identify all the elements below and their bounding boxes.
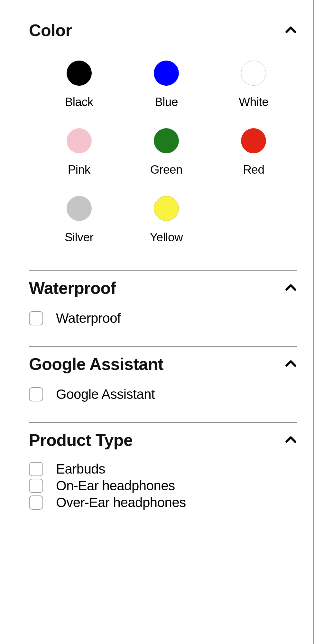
section-title-waterproof: Waterproof [29,278,116,298]
checkbox-icon [29,479,43,493]
chevron-up-icon [284,24,297,37]
checkbox-label: Over-Ear headphones [56,495,186,510]
color-swatch-blue[interactable]: Blue [123,61,210,109]
color-swatch-yellow-circle [154,196,179,221]
section-title-product-type: Product Type [29,430,133,450]
checkbox-earbuds[interactable]: Earbuds [29,461,297,477]
color-label: Red [243,163,264,177]
chevron-up-icon [284,282,297,294]
color-swatch-silver[interactable]: Silver [35,196,123,244]
color-swatch-black[interactable]: Black [35,61,123,109]
color-label: Silver [65,231,94,244]
checkbox-icon [29,495,43,510]
color-label: Blue [155,95,178,109]
color-swatch-blue-circle [154,61,179,86]
product-type-list: EarbudsOn-Ear headphonesOver-Ear headpho… [29,457,297,529]
color-swatch-green[interactable]: Green [123,128,210,177]
checkbox-google-assistant[interactable]: Google Assistant [29,385,297,404]
section-header-google-assistant[interactable]: Google Assistant [29,347,297,381]
waterproof-list: Waterproof [29,305,297,346]
color-swatch-silver-circle [67,196,92,221]
checkbox-icon [29,462,43,476]
color-label: Green [150,163,182,177]
color-swatch-white[interactable]: White [210,61,297,109]
checkbox-label: On-Ear headphones [56,478,175,494]
section-header-color[interactable]: Color [29,13,297,48]
checkbox-label: Earbuds [56,461,105,477]
color-swatch-red-circle [241,128,266,153]
checkbox-icon [29,311,43,325]
chevron-up-icon [284,358,297,370]
checkbox-icon [29,387,43,401]
chevron-up-icon [284,434,297,447]
section-title-google-assistant: Google Assistant [29,354,163,374]
color-label: Black [65,95,93,109]
color-swatch-pink-circle [67,128,92,153]
section-title-color: Color [29,21,72,40]
checkbox-on-ear-headphones[interactable]: On-Ear headphones [29,477,297,494]
section-header-product-type[interactable]: Product Type [29,423,297,457]
filter-panel: Color BlackBlueWhitePinkGreenRedSilverYe… [0,0,313,555]
color-label: White [239,95,268,109]
checkbox-label: Waterproof [56,311,121,326]
color-swatch-white-circle [241,61,266,86]
checkbox-over-ear-headphones[interactable]: Over-Ear headphones [29,494,297,511]
color-grid: BlackBlueWhitePinkGreenRedSilverYellow [29,48,297,270]
color-label: Yellow [150,231,183,244]
section-header-waterproof[interactable]: Waterproof [29,271,297,305]
color-swatch-yellow[interactable]: Yellow [123,196,210,244]
color-swatch-pink[interactable]: Pink [35,128,123,177]
color-swatch-red[interactable]: Red [210,128,297,177]
checkbox-waterproof[interactable]: Waterproof [29,309,297,328]
color-swatch-green-circle [154,128,179,153]
color-swatch-black-circle [67,61,92,86]
google-assistant-list: Google Assistant [29,381,297,422]
color-label: Pink [68,163,90,177]
checkbox-label: Google Assistant [56,387,155,402]
